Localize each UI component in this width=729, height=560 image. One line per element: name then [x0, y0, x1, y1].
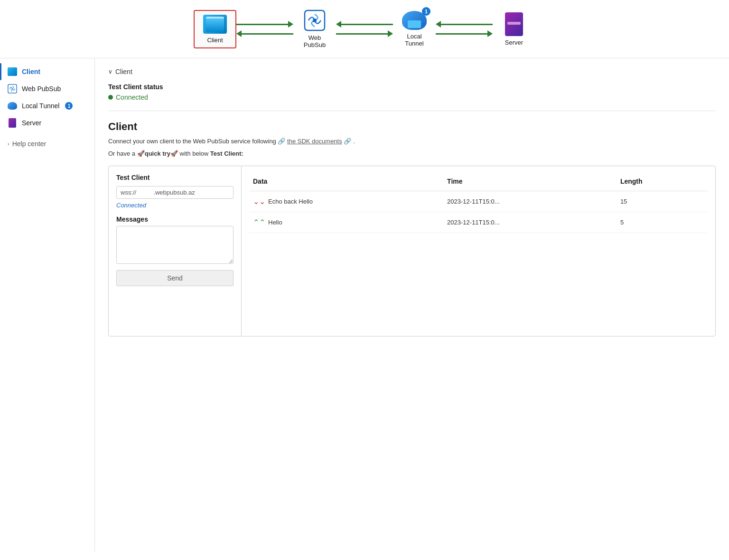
breadcrumb: Client — [115, 68, 132, 75]
client-section-title: Client — [108, 121, 716, 133]
content-area: ∨ Client Test Client status Connected Cl… — [95, 58, 729, 552]
status-dot — [108, 95, 113, 100]
client-panels: Test Client Connected Messages Send Data… — [108, 166, 716, 336]
client-sidebar-icon — [8, 67, 17, 76]
sidebar: Client Web PubSub Local Tunnel 1 — [0, 58, 95, 552]
diagram-area: Client WebPubSub — [0, 0, 729, 58]
sidebar-label-client: Client — [22, 68, 40, 75]
link-icon-left: 🔗 — [278, 138, 285, 145]
connected-status-label: Connected — [116, 202, 234, 209]
messages-label: Messages — [116, 215, 234, 223]
sidebar-help[interactable]: › Help center — [0, 136, 94, 151]
sidebar-label-server: Server — [22, 119, 41, 127]
sidebar-label-webpubsub: Web PubSub — [22, 85, 61, 93]
sidebar-item-localtunnel[interactable]: Local Tunnel 1 — [0, 97, 94, 114]
webpubsub-diagram-label: WebPubSub — [304, 34, 326, 48]
data-cell-1: ⌄⌄ Echo back Hello — [249, 191, 443, 212]
client-diagram-icon — [203, 15, 227, 34]
chevron-down-icon: ∨ — [108, 68, 112, 75]
wss-input[interactable] — [116, 186, 234, 199]
svg-point-1 — [313, 19, 317, 22]
col-header-length: Length — [617, 174, 708, 191]
localtunnel-diagram-label: LocalTunnel — [405, 33, 423, 47]
sidebar-label-localtunnel: Local Tunnel — [22, 102, 59, 110]
status-text: Connected — [116, 93, 148, 101]
diagram-node-localtunnel[interactable]: 1 LocalTunnel — [393, 11, 436, 47]
chevron-right-icon: › — [8, 141, 9, 147]
localtunnel-badge: 1 — [422, 7, 430, 16]
sidebar-item-client[interactable]: Client — [0, 63, 94, 80]
time-cell-1: 2023-12-11T15:0... — [443, 191, 617, 212]
diagram-node-client[interactable]: Client — [194, 10, 236, 48]
webpubsub-diagram-icon — [304, 9, 326, 31]
client-description: Connect your own client to the Web PubSu… — [108, 137, 716, 146]
col-header-data: Data — [249, 174, 443, 191]
server-diagram-label: Server — [505, 39, 523, 46]
diagram-node-webpubsub[interactable]: WebPubSub — [293, 9, 336, 48]
arrow-webpubsub-localtunnel — [336, 21, 393, 37]
col-header-time: Time — [443, 174, 617, 191]
sidebar-item-server[interactable]: Server — [0, 114, 94, 131]
length-cell-2: 5 — [617, 212, 708, 233]
time-cell-2: 2023-12-11T15:0... — [443, 212, 617, 233]
client-diagram-label: Client — [207, 37, 223, 44]
sdk-docs-link[interactable]: the SDK documents — [287, 138, 342, 145]
messages-textarea[interactable] — [116, 226, 234, 264]
server-sidebar-icon — [8, 118, 17, 128]
send-button[interactable]: Send — [116, 270, 234, 286]
client-description-2: Or have a 🚀quick try🚀 with below Test Cl… — [108, 149, 716, 159]
table-row: ⌄⌄ Echo back Hello 2023-12-11T15:0... 15 — [249, 191, 708, 212]
data-table: Data Time Length ⌄⌄ Echo back Hello — [249, 174, 708, 233]
localtunnel-sidebar-badge: 1 — [65, 102, 73, 110]
table-row: ⌃⌃ Hello 2023-12-11T15:0... 5 — [249, 212, 708, 233]
webpubsub-sidebar-icon — [8, 84, 17, 93]
length-cell-1: 15 — [617, 191, 708, 212]
help-center-label: Help center — [12, 140, 47, 148]
sidebar-item-webpubsub[interactable]: Web PubSub — [0, 80, 94, 97]
arrow-client-webpubsub — [236, 21, 293, 37]
data-cell-2: ⌃⌃ Hello — [249, 212, 443, 233]
arrow-down-icon: ⌄⌄ — [253, 197, 265, 206]
server-diagram-icon — [505, 12, 523, 36]
data-panel: Data Time Length ⌄⌄ Echo back Hello — [242, 166, 715, 336]
localtunnel-sidebar-icon — [8, 101, 17, 111]
status-title: Test Client status — [108, 83, 716, 91]
test-client-panel: Test Client Connected Messages Send — [109, 166, 242, 336]
arrow-up-icon: ⌃⌃ — [253, 218, 265, 227]
diagram-node-server[interactable]: Server — [493, 12, 535, 46]
arrow-localtunnel-server — [436, 21, 493, 37]
link-icon-right: 🔗 — [344, 138, 351, 145]
test-client-title: Test Client — [116, 174, 234, 181]
section-header: ∨ Client — [108, 68, 716, 75]
status-section: Test Client status Connected — [108, 83, 716, 111]
status-connected: Connected — [108, 93, 716, 101]
main-layout: Client Web PubSub Local Tunnel 1 — [0, 58, 729, 552]
